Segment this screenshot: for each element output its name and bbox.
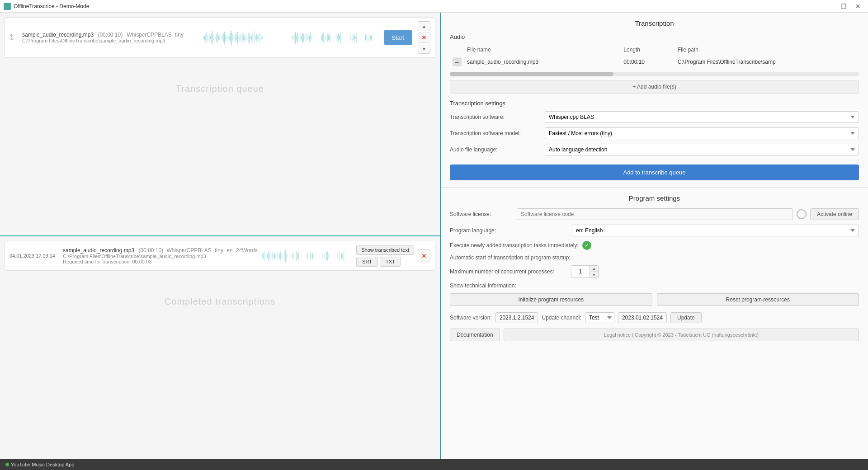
svg-rect-115 xyxy=(285,249,286,263)
svg-rect-113 xyxy=(283,254,283,258)
svg-rect-93 xyxy=(369,34,369,41)
concurrent-row: Maximum number of concurrent processes: … xyxy=(450,265,859,278)
svg-rect-9 xyxy=(213,35,214,41)
svg-rect-99 xyxy=(266,255,266,257)
svg-rect-118 xyxy=(294,252,294,260)
update-channel-select[interactable]: Test Stable xyxy=(585,312,614,323)
svg-rect-85 xyxy=(352,33,352,42)
svg-rect-133 xyxy=(327,251,328,261)
remove-queue-button[interactable]: ✕ xyxy=(418,33,430,42)
license-input[interactable] xyxy=(517,208,793,220)
svg-rect-136 xyxy=(339,251,340,261)
documentation-button[interactable]: Documentation xyxy=(450,329,500,341)
move-down-button[interactable]: ▼ xyxy=(418,44,430,54)
table-cell-path: C:\Program Files\OfflineTranscribe\samp xyxy=(675,55,859,69)
add-audio-button[interactable]: + Add audio file(s) xyxy=(450,80,859,94)
svg-rect-56 xyxy=(297,33,298,42)
decrement-button[interactable]: ▼ xyxy=(590,272,598,277)
main-container: 1 sample_audio_recording.mp3 (00:00:10) … xyxy=(0,13,868,459)
txt-export-button[interactable]: TXT xyxy=(380,257,401,267)
minimize-button[interactable]: – xyxy=(823,1,835,12)
update-channel-label: Update channel: xyxy=(542,315,581,321)
remove-completed-button[interactable]: ✕ xyxy=(418,249,430,262)
svg-rect-53 xyxy=(294,33,294,42)
svg-rect-30 xyxy=(238,37,239,39)
svg-rect-39 xyxy=(249,33,250,42)
svg-rect-19 xyxy=(225,35,226,41)
svg-rect-3 xyxy=(207,32,207,43)
program-language-select[interactable]: en: English de: Deutsch fr: Français xyxy=(572,225,859,236)
svg-rect-101 xyxy=(269,251,269,261)
queue-item-title: sample_audio_recording.mp3 (00:00:10) Wh… xyxy=(22,32,199,38)
app-icon xyxy=(4,3,11,10)
svg-rect-78 xyxy=(336,34,336,41)
svg-rect-97 xyxy=(264,252,264,260)
svg-rect-14 xyxy=(219,34,220,41)
table-cell-length: 00:00:10 xyxy=(621,55,675,69)
queue-item: 1 sample_audio_recording.mp3 (00:00:10) … xyxy=(5,17,435,58)
license-label: Software license: xyxy=(450,211,513,217)
th-length: Length xyxy=(621,45,675,55)
completed-placeholder: Completed transcriptions xyxy=(5,274,435,329)
completed-date: 04.01.2023 17:09:14 xyxy=(9,253,59,258)
svg-rect-108 xyxy=(277,251,277,261)
model-label: Transcription software model: xyxy=(450,130,540,136)
completed-path: C:\Program Files\OfflineTranscribe\sampl… xyxy=(63,254,259,259)
title-bar: OfflineTranscribe - Demo-Mode – ❐ ✕ xyxy=(0,0,868,13)
software-select[interactable]: Whisper.cpp BLAS Whisper.cpp CPU Vosk xyxy=(545,111,859,123)
execute-check-icon: ✓ xyxy=(582,241,591,250)
svg-rect-36 xyxy=(245,37,246,38)
taskbar-label: YouTube Music Desktop App xyxy=(11,462,74,467)
completed-info: sample_audio_recording.mp3 (00:00:10) Wh… xyxy=(63,247,259,264)
svg-rect-68 xyxy=(311,37,312,39)
show-text-button[interactable]: Show transcribed text xyxy=(356,245,414,255)
reset-button[interactable]: Reset program ressources xyxy=(657,293,859,306)
remove-audio-button[interactable]: – xyxy=(453,57,462,66)
svg-rect-15 xyxy=(221,37,221,38)
svg-rect-5 xyxy=(209,34,209,42)
footer-row: Documentation Legal notice | Copyright ©… xyxy=(450,329,859,341)
execute-row: Execute newly added transcription tasks … xyxy=(450,241,859,250)
init-button[interactable]: Initalize program resources xyxy=(450,293,652,306)
svg-rect-92 xyxy=(368,37,368,39)
auto-start-row: Automatic start of transcription at prog… xyxy=(450,254,859,261)
increment-button[interactable]: ▲ xyxy=(590,266,598,272)
svg-rect-47 xyxy=(259,34,259,41)
svg-rect-139 xyxy=(343,254,343,258)
th-empty xyxy=(450,45,464,55)
add-to-queue-button[interactable]: Add to transcribe queue xyxy=(450,164,859,180)
srt-export-button[interactable]: SRT xyxy=(356,257,378,267)
completed-req-time: Required time for transcription: 00:00:0… xyxy=(63,259,259,264)
svg-rect-114 xyxy=(284,251,284,261)
audio-scrollbar[interactable] xyxy=(450,72,859,76)
svg-rect-105 xyxy=(273,255,274,257)
svg-rect-70 xyxy=(322,34,323,42)
waveform-container xyxy=(203,28,380,48)
model-select[interactable]: Fastest / Most errors (tiny) Fast / More… xyxy=(545,127,859,139)
start-button[interactable]: Start xyxy=(384,30,412,45)
queue-item-info: sample_audio_recording.mp3 (00:00:10) Wh… xyxy=(22,32,199,43)
license-status-icon xyxy=(797,209,807,219)
model-row: Transcription software model: Fastest / … xyxy=(450,127,859,139)
svg-rect-40 xyxy=(250,37,250,39)
activate-button[interactable]: Activate online xyxy=(810,208,859,220)
svg-rect-90 xyxy=(365,35,366,40)
update-date-value: 2023.01.02.1524 xyxy=(618,312,667,323)
svg-rect-122 xyxy=(298,252,299,260)
restore-button[interactable]: ❐ xyxy=(837,1,850,12)
close-button[interactable]: ✕ xyxy=(852,1,864,12)
svg-rect-65 xyxy=(308,37,308,38)
concurrent-input[interactable] xyxy=(571,267,590,277)
svg-rect-41 xyxy=(251,35,252,41)
taskbar-yt-music[interactable]: YouTube Music Desktop App xyxy=(2,461,78,468)
tech-info-row: Show technical information: xyxy=(450,282,859,289)
update-button[interactable]: Update xyxy=(670,312,702,323)
language-select[interactable]: Auto language detection English German F… xyxy=(545,144,859,155)
svg-rect-120 xyxy=(296,251,297,261)
svg-rect-45 xyxy=(256,34,256,42)
language-row: Audio file language: Auto language detec… xyxy=(450,144,859,155)
export-row: SRT TXT xyxy=(356,257,414,267)
move-up-button[interactable]: ▲ xyxy=(418,21,430,31)
svg-rect-88 xyxy=(355,37,356,39)
svg-rect-25 xyxy=(232,34,233,41)
